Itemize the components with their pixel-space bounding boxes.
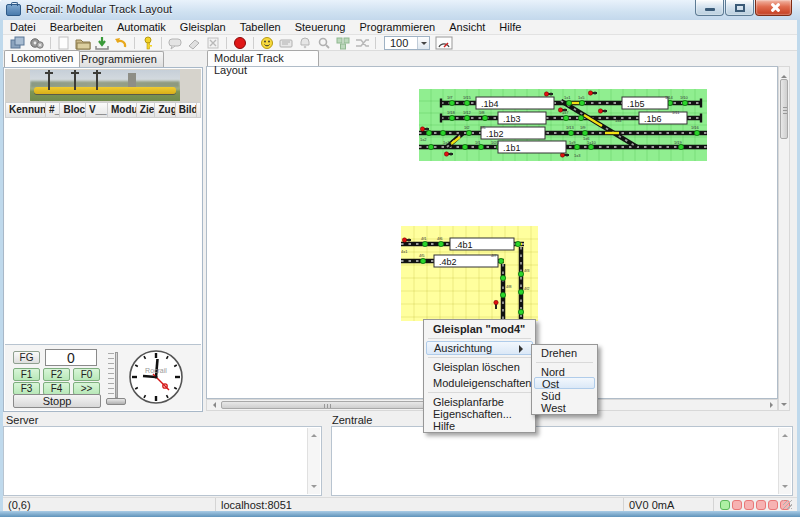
svg-text:1f13: 1f13	[566, 125, 575, 130]
svg-text:1x6: 1x6	[583, 136, 590, 141]
fg-button[interactable]: FG	[13, 351, 40, 364]
close-button[interactable]	[755, 0, 792, 16]
slider-handle[interactable]	[106, 398, 126, 405]
menu-item-eigenschaften[interactable]: Eigenschaften...	[425, 407, 534, 419]
zoom-combobox[interactable]: 100	[384, 36, 430, 50]
submenu-item-drehen[interactable]: Drehen	[533, 346, 596, 360]
menu-separator	[428, 357, 531, 358]
chevron-down-icon[interactable]	[417, 37, 429, 49]
open-folder-icon[interactable]	[74, 35, 92, 50]
zentrale-log[interactable]	[331, 426, 793, 496]
module-mod1-svg[interactable]: .1b4.1b5.1b3.1b6.1b2.1b11f71f151x11x51f1…	[419, 89, 707, 161]
tab-programmieren[interactable]: Programmieren	[74, 51, 164, 67]
menu-gleisplan[interactable]: Gleisplan	[173, 20, 233, 34]
resize-grip-icon[interactable]	[783, 500, 792, 509]
column-kennung[interactable]: Kennung	[5, 102, 46, 118]
column-v[interactable]: V__	[86, 102, 108, 118]
column-modus[interactable]: Modus	[108, 102, 137, 118]
menu-item-label: Ausrichtung	[434, 342, 492, 354]
context-menu: Gleisplan "mod4" Ausrichtung Gleisplan l…	[423, 319, 536, 433]
search-icon[interactable]	[315, 35, 333, 50]
server-log-scrollbar[interactable]	[307, 428, 320, 494]
power-key-icon[interactable]	[139, 35, 157, 50]
photo-catenary-pole	[74, 70, 76, 90]
locomotive-photo	[30, 70, 180, 101]
scroll-down-icon[interactable]	[779, 399, 789, 409]
save-icon[interactable]	[93, 35, 111, 50]
submenu-item-west[interactable]: West	[533, 401, 596, 413]
svg-text:4f7: 4f7	[491, 253, 497, 258]
zentrale-log-scrollbar[interactable]	[778, 428, 791, 494]
query-icon[interactable]	[166, 35, 184, 50]
vertical-scroll-thumb[interactable]	[780, 79, 788, 139]
column-ziel[interactable]: Ziel	[137, 102, 156, 118]
menu-item-moduleigenschaften[interactable]: Moduleigenschaften...	[425, 376, 534, 390]
f1-button[interactable]: F1	[13, 368, 40, 381]
scroll-right-icon[interactable]	[766, 400, 776, 410]
eraser-icon[interactable]	[185, 35, 203, 50]
menu-separator	[428, 338, 531, 339]
menu-item-gleisplanfarbe[interactable]: Gleisplanfarbe	[425, 395, 534, 407]
menu-item-ausrichtung[interactable]: Ausrichtung	[426, 341, 533, 355]
tab-modular-track-layout[interactable]: Modular Track Layout	[207, 50, 319, 66]
new-plan-icon[interactable]	[55, 35, 73, 50]
svg-text:.1b4: .1b4	[481, 99, 499, 109]
scroll-up-icon[interactable]	[779, 68, 789, 78]
locomotive-list[interactable]	[5, 118, 201, 344]
gauge-icon[interactable]	[435, 35, 453, 50]
vertical-scrollbar[interactable]	[778, 66, 790, 411]
resume-locos-icon[interactable]	[277, 35, 295, 50]
minimize-icon	[705, 8, 715, 11]
maximize-button[interactable]	[725, 0, 754, 16]
status-indicator	[756, 500, 766, 510]
submenu-item-nord[interactable]: Nord	[533, 365, 596, 377]
menu-automatik[interactable]: Automatik	[110, 20, 173, 34]
svg-text:4f2: 4f2	[524, 286, 530, 291]
submenu-item-sued[interactable]: Süd	[533, 389, 596, 401]
ausrichtung-submenu: Drehen Nord Ost Süd West	[531, 344, 598, 415]
submenu-item-ost[interactable]: Ost	[534, 377, 595, 389]
title-bar[interactable]: Rocrail: Modular Track Layout	[0, 0, 800, 20]
column-bild[interactable]: Bild	[176, 102, 197, 118]
f0-button[interactable]: F0	[73, 368, 100, 381]
scroll-left-icon[interactable]	[208, 400, 218, 410]
workspace-properties-icon[interactable]	[28, 35, 46, 50]
svg-text:1f11: 1f11	[672, 110, 680, 115]
menu-datei[interactable]: Datei	[3, 20, 43, 34]
column-block[interactable]: Block	[60, 102, 85, 118]
shuffle-icon[interactable]	[353, 35, 371, 50]
menu-item-gleisplan-loeschen[interactable]: Gleisplan löschen	[425, 360, 534, 374]
bell-icon[interactable]	[296, 35, 314, 50]
menu-steuerung[interactable]: Steuerung	[288, 20, 353, 34]
delete-icon[interactable]	[204, 35, 222, 50]
menu-programmieren[interactable]: Programmieren	[352, 20, 442, 34]
f2-button[interactable]: F2	[43, 368, 70, 381]
undo-icon[interactable]	[112, 35, 130, 50]
menu-bearbeiten[interactable]: Bearbeiten	[43, 20, 110, 34]
photo-catenary-pole	[96, 70, 98, 90]
server-log[interactable]	[3, 426, 322, 496]
auto-mode-icon[interactable]	[258, 35, 276, 50]
menu-tabellen[interactable]: Tabellen	[233, 20, 288, 34]
menu-ansicht[interactable]: Ansicht	[442, 20, 492, 34]
speed-slider[interactable]	[106, 350, 122, 405]
column-number[interactable]: #_	[46, 102, 60, 118]
menu-separator	[428, 392, 531, 393]
svg-text:.1b5: .1b5	[627, 99, 645, 109]
svg-text:1f7: 1f7	[447, 95, 453, 100]
column-zug[interactable]: Zug	[155, 102, 175, 118]
column-filler	[197, 102, 201, 118]
menu-hilfe[interactable]: Hilfe	[492, 20, 528, 34]
svg-text:1f14: 1f14	[665, 95, 674, 100]
horizontal-scroll-thumb[interactable]	[221, 401, 441, 409]
stopp-button[interactable]: Stopp	[13, 394, 101, 408]
tab-lokomotiven[interactable]: Lokomotiven	[4, 50, 80, 67]
workspace-icon[interactable]	[9, 35, 27, 50]
module-mod4-svg[interactable]: .4b1.4b24f14f64x14f54f74f34f84f2	[401, 226, 538, 321]
menu-item-hilfe[interactable]: Hilfe	[425, 419, 534, 431]
toolbar-separator	[161, 37, 162, 49]
svg-text:4f5: 4f5	[419, 253, 425, 258]
group-icon[interactable]	[334, 35, 352, 50]
emergency-stop-icon[interactable]	[231, 35, 249, 50]
minimize-button[interactable]	[695, 0, 724, 16]
